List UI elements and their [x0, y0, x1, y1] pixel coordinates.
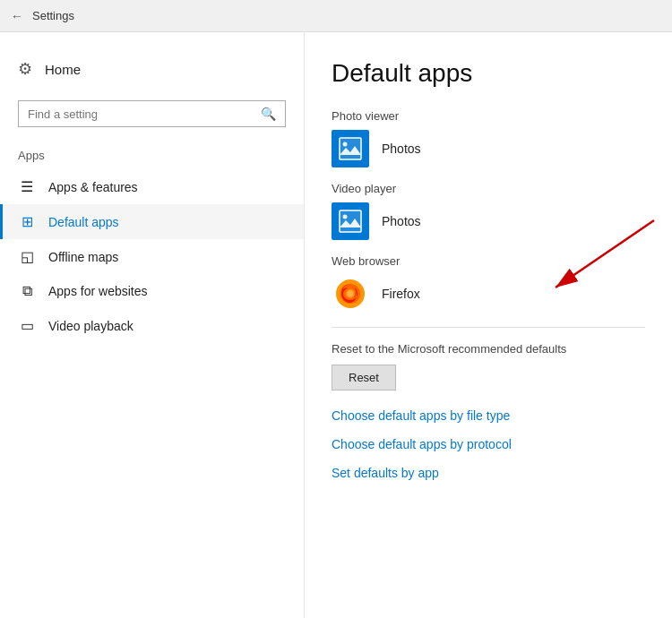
web-browser-app-name: Firefox — [382, 287, 420, 301]
svg-rect-1 — [340, 138, 361, 159]
sidebar-item-default-apps-label: Default apps — [48, 215, 119, 229]
photo-viewer-label: Photo viewer — [332, 109, 645, 123]
sidebar-home-label: Home — [45, 62, 81, 77]
video-player-label: Video player — [332, 182, 645, 195]
firefox-icon — [332, 275, 369, 313]
svg-rect-6 — [340, 210, 361, 232]
page-title: Default apps — [332, 59, 645, 88]
title-bar: ← Settings — [0, 0, 672, 32]
sidebar-item-default-apps[interactable]: ⊞ Default apps — [0, 204, 304, 239]
web-browser-app-item[interactable]: Firefox — [332, 275, 645, 313]
video-player-app-item[interactable]: Photos — [332, 202, 645, 240]
svg-point-14 — [348, 291, 354, 297]
sidebar-item-apps-features[interactable]: ☰ Apps & features — [0, 169, 304, 204]
sidebar-item-apps-features-label: Apps & features — [48, 180, 138, 194]
search-icon: 🔍 — [252, 101, 285, 126]
title-bar-title: Settings — [32, 9, 74, 22]
divider — [332, 327, 645, 328]
reset-label: Reset to the Microsoft recommended defau… — [332, 342, 645, 356]
svg-point-9 — [343, 215, 348, 219]
photos-icon-video-player — [332, 202, 369, 240]
sidebar-item-video-playback-label: Video playback — [48, 319, 134, 333]
apps-websites-icon: ⧉ — [18, 283, 36, 299]
offline-maps-icon: ◱ — [18, 248, 36, 265]
search-input[interactable] — [19, 102, 252, 126]
sidebar-item-offline-maps[interactable]: ◱ Offline maps — [0, 239, 304, 274]
sidebar-item-home[interactable]: ⚙ Home — [0, 50, 304, 88]
photos-icon-photo-viewer — [332, 130, 369, 167]
photo-viewer-app-item[interactable]: Photos — [332, 130, 645, 167]
reset-button[interactable]: Reset — [332, 365, 396, 391]
link-by-file-type[interactable]: Choose default apps by file type — [332, 408, 645, 423]
home-icon: ⚙ — [18, 59, 32, 79]
svg-point-4 — [343, 142, 348, 147]
photo-viewer-app-name: Photos — [382, 142, 421, 156]
main-layout: ⚙ Home 🔍 Apps ☰ Apps & features ⊞ Defaul… — [0, 32, 672, 618]
sidebar-item-apps-websites[interactable]: ⧉ Apps for websites — [0, 274, 304, 308]
link-by-protocol[interactable]: Choose default apps by protocol — [332, 437, 645, 451]
sidebar: ⚙ Home 🔍 Apps ☰ Apps & features ⊞ Defaul… — [0, 32, 305, 618]
apps-features-icon: ☰ — [18, 178, 36, 195]
web-browser-label: Web browser — [332, 254, 645, 268]
sidebar-item-apps-websites-label: Apps for websites — [48, 284, 148, 298]
default-apps-icon: ⊞ — [18, 213, 36, 230]
back-button[interactable]: ← — [11, 9, 23, 23]
search-box: 🔍 — [18, 100, 286, 127]
content-area: Default apps Photo viewer Photos Video p… — [305, 32, 672, 618]
sidebar-section-label: Apps — [0, 145, 304, 169]
sidebar-item-offline-maps-label: Offline maps — [48, 250, 118, 264]
video-playback-icon: ▭ — [18, 317, 36, 334]
link-by-app[interactable]: Set defaults by app — [332, 466, 645, 480]
sidebar-item-video-playback[interactable]: ▭ Video playback — [0, 308, 304, 343]
video-player-app-name: Photos — [382, 214, 421, 228]
